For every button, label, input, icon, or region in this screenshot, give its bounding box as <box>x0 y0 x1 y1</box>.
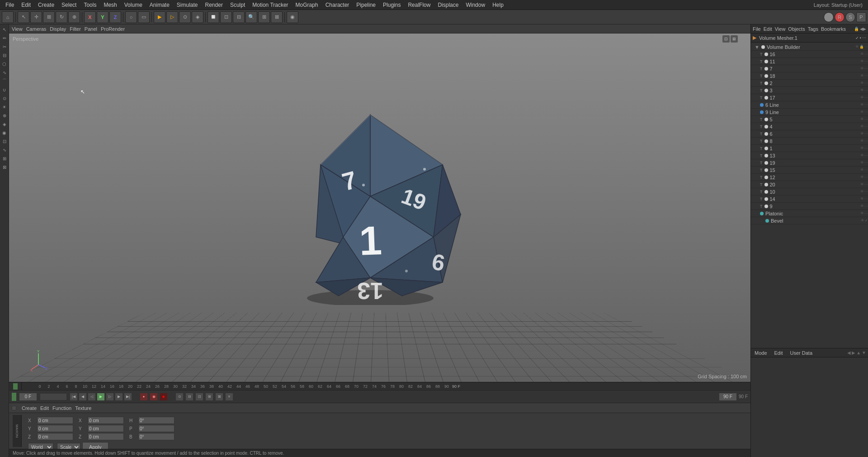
ls-tweak[interactable]: ⊠ <box>0 163 9 171</box>
td17[interactable]: ⋯ <box>864 95 868 100</box>
ls-select[interactable]: ↖ <box>0 25 9 33</box>
menu-animate[interactable]: Animate <box>146 1 173 9</box>
menu-volume[interactable]: Volume <box>121 1 146 9</box>
menu-select[interactable]: Select <box>58 1 80 9</box>
pb-extra4[interactable]: ⊞ <box>205 393 213 401</box>
tree-item-9line[interactable]: 9 Line 👁⋯ <box>751 109 868 116</box>
menu-help[interactable]: Help <box>489 1 507 9</box>
pb-extra5[interactable]: ⊠ <box>215 393 223 401</box>
tb-object-mode[interactable]: ○ <box>125 11 137 23</box>
ls-sculpt-tools[interactable]: ◉ <box>0 129 9 137</box>
td20[interactable]: ⋯ <box>864 182 868 186</box>
vp-menu-cameras[interactable]: Cameras <box>26 26 47 32</box>
rp-check-icon[interactable]: ✓ <box>855 36 859 40</box>
tree-item-18[interactable]: T 18 👁⋯ <box>751 72 868 80</box>
menu-displace[interactable]: Displace <box>434 1 462 9</box>
vp-icon-1[interactable]: ⊡ <box>722 35 730 43</box>
tree-item-10[interactable]: T 10 👁⋯ <box>751 188 868 195</box>
vp-menu-view[interactable]: View <box>12 26 23 32</box>
ls-camera[interactable]: ⊙ <box>0 94 9 102</box>
tree-item-4[interactable]: T 4 👁⋯ <box>751 123 868 130</box>
tree-item-15[interactable]: T 15 👁⋯ <box>751 167 868 174</box>
ls-nurbs[interactable]: ∪ <box>0 86 9 94</box>
prop-x-input[interactable] <box>37 417 73 424</box>
prop-sy-input[interactable] <box>88 425 124 432</box>
rpb-arrow-up[interactable]: ▲ <box>856 350 861 355</box>
tdbevel[interactable]: ✓ <box>865 219 868 223</box>
tree-item-20[interactable]: T 20 👁⋯ <box>751 181 868 188</box>
ls-brush[interactable]: ⊡ <box>0 137 9 145</box>
td9l[interactable]: ⋯ <box>864 110 868 114</box>
tree-item-9[interactable]: T 9 👁⋯ <box>751 203 868 210</box>
tb-snap2[interactable]: ⊡ <box>220 11 232 23</box>
rp-file[interactable]: File <box>753 26 761 32</box>
tree-dots-icon-0[interactable]: ⋯ <box>864 45 868 49</box>
menu-window[interactable]: Window <box>462 1 489 9</box>
timeline-numbers[interactable]: 0 2 4 6 8 10 12 14 16 18 20 22 24 26 28 … <box>22 384 750 389</box>
tb-move[interactable]: ✛ <box>30 11 42 23</box>
ls-magnet[interactable]: ∿ <box>0 146 9 154</box>
tree-item-5[interactable]: T 5 👁⋯ <box>751 116 868 123</box>
tv18[interactable]: 👁 <box>860 74 864 78</box>
tb-renderer-p[interactable]: P <box>856 12 866 22</box>
prop-b-input[interactable] <box>138 433 175 440</box>
tvplatonic[interactable]: 👁 <box>860 211 864 215</box>
tree-item-14[interactable]: T 14 👁⋯ <box>751 195 868 203</box>
tree-dots-16[interactable]: ⋯ <box>864 52 868 56</box>
tb-snap4[interactable]: 🔍 <box>245 11 257 23</box>
td18[interactable]: ⋯ <box>864 74 868 78</box>
rpb-arrow-left[interactable]: ◀ <box>847 350 851 355</box>
td4[interactable]: ⋯ <box>864 124 868 129</box>
tb-snap3[interactable]: ⊟ <box>233 11 245 23</box>
tv14[interactable]: 👁 <box>860 197 864 201</box>
pb-extra1[interactable]: ⊙ <box>175 393 184 401</box>
tree-item-7[interactable]: T 7 👁⋯ <box>751 65 868 72</box>
tb-extra1[interactable]: ◉ <box>287 11 298 23</box>
tv19[interactable]: 👁 <box>860 161 864 165</box>
rp-bookmarks[interactable]: Bookmarks <box>821 26 846 32</box>
tb-render4[interactable]: ◈ <box>192 11 203 23</box>
td1[interactable]: ⋯ <box>864 146 868 150</box>
ls-extra[interactable]: ⊞ <box>0 154 9 162</box>
tb-snap6[interactable]: ⊠ <box>271 11 283 23</box>
tree-item-17[interactable]: T 17 👁⋯ <box>751 94 868 101</box>
menu-edit[interactable]: Edit <box>18 1 34 9</box>
tb-edge-mode[interactable]: ▭ <box>138 11 150 23</box>
tb-renderer-s[interactable]: S <box>845 12 855 22</box>
menu-file[interactable]: File <box>2 1 18 9</box>
tb-snap[interactable]: 🔲 <box>208 11 219 23</box>
tb-snap5[interactable]: ⊞ <box>258 11 270 23</box>
tv1[interactable]: 👁 <box>860 146 864 150</box>
tree-item-19[interactable]: T 19 👁⋯ <box>751 159 868 167</box>
tree-item-6line[interactable]: 6 Line 👁⋯ <box>751 101 868 109</box>
prop-p-input[interactable] <box>138 425 175 432</box>
tag-function[interactable]: Function <box>52 405 71 411</box>
td10[interactable]: ⋯ <box>864 190 868 194</box>
tb-render[interactable]: ▶ <box>154 11 165 23</box>
tb-renderer-r[interactable]: R <box>835 12 844 22</box>
ls-knife[interactable]: ✂ <box>0 43 9 51</box>
ls-spline[interactable]: ∿ <box>0 68 9 76</box>
tdplatonic[interactable]: ⋯ <box>864 211 868 215</box>
tree-lock-icon-0[interactable]: 🔒 <box>859 45 864 49</box>
menu-pipeline[interactable]: Pipeline <box>353 1 379 9</box>
prop-h-input[interactable] <box>138 417 175 424</box>
tree-item-8[interactable]: T 8 👁⋯ <box>751 138 868 145</box>
rp-icon-arrows[interactable]: ◀▶ <box>860 27 866 31</box>
tv9[interactable]: 👁 <box>860 204 864 208</box>
prop-z-input[interactable] <box>37 433 73 440</box>
tree-vis-11[interactable]: 👁 <box>860 59 864 63</box>
tree-vis-16[interactable]: 👁 <box>860 52 864 56</box>
tree-item-1[interactable]: T 1 👁⋯ <box>751 145 868 152</box>
prop-sz-input[interactable] <box>88 433 124 440</box>
ls-paint[interactable]: ✏ <box>0 34 9 42</box>
td3[interactable]: ⋯ <box>864 88 868 92</box>
ls-mograph[interactable]: ◈ <box>0 120 9 128</box>
tree-item-13[interactable]: T 13 👁⋯ <box>751 152 868 159</box>
td13[interactable]: ⋯ <box>864 153 868 157</box>
tv10[interactable]: 👁 <box>860 190 864 194</box>
tv17[interactable]: 👁 <box>860 95 864 100</box>
td19[interactable]: ⋯ <box>864 161 868 165</box>
tree-item-3[interactable]: T 3 👁⋯ <box>751 87 868 94</box>
pb-extra3[interactable]: ⊡ <box>195 393 203 401</box>
